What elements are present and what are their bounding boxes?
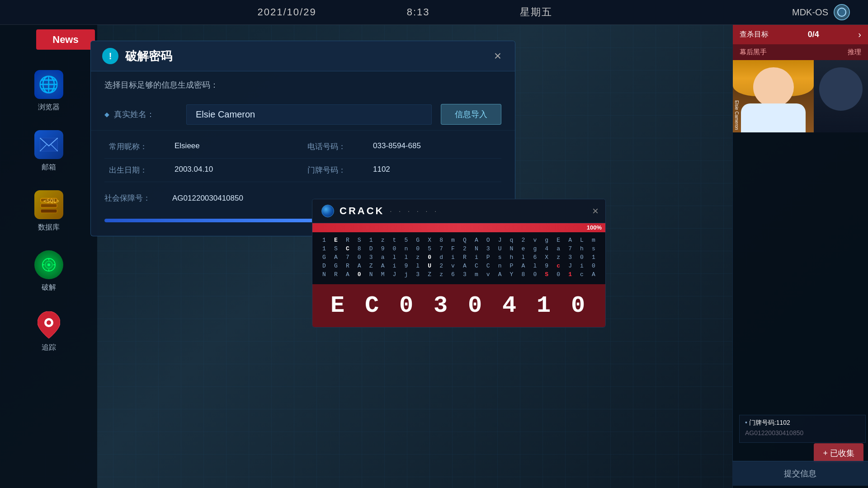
matrix-row-4: NRA0NMJj3Zz63mvAY80S01cA: [319, 271, 599, 278]
matrix-cell: 0: [425, 254, 434, 261]
sidebar-item-track[interactable]: 追踪: [34, 310, 63, 352]
matrix-cell: s: [589, 245, 599, 252]
collected-badge-text: + 已收集: [823, 449, 854, 458]
crack-result: EC030410: [312, 284, 605, 327]
matrix-cell: S: [331, 245, 341, 252]
portrait-elsie: Elsie Cameron: [733, 60, 814, 132]
right-panel-expand[interactable]: ›: [858, 29, 861, 40]
matrix-cell: m: [448, 237, 458, 244]
portrait-secondary: [814, 60, 868, 132]
matrix-cell: 2: [518, 237, 528, 244]
sidebar-item-hack[interactable]: 破解: [34, 250, 63, 292]
matrix-cell: 3: [460, 271, 470, 278]
matrix-cell: 7: [436, 245, 446, 252]
matrix-cell: E: [331, 237, 341, 244]
matrix-cell: l: [389, 254, 399, 261]
mdk-icon: [834, 4, 850, 20]
matrix-cell: A: [495, 271, 505, 278]
matrix-cell: z: [378, 237, 388, 244]
real-name-value[interactable]: Elsie Cameron: [186, 104, 432, 125]
matrix-cell: G: [319, 254, 329, 261]
left-sidebar: 🌐 浏览器 邮箱 <SQL> 数据库: [0, 25, 97, 488]
hack-icon: [34, 250, 63, 279]
phone-cell: 电话号码： 033-8594-685: [303, 135, 501, 159]
mail-icon: [34, 130, 63, 159]
matrix-cell: g: [530, 245, 540, 252]
matrix-cell: N: [472, 245, 481, 252]
info-grid: 常用昵称： Elsieee 电话号码： 033-8594-685 出生日期： 2…: [104, 135, 501, 182]
matrix-cell: a: [378, 254, 388, 261]
matrix-cell: A: [331, 254, 341, 261]
matrix-cell: h: [507, 254, 517, 261]
matrix-cell: 7: [565, 245, 575, 252]
matrix-cell: D: [319, 263, 329, 269]
right-panel-count: 0/4: [808, 30, 819, 39]
matrix-cell: N: [366, 271, 376, 278]
character-portrait-area: Elsie Cameron: [733, 60, 868, 132]
progress-bar-fill: [104, 219, 323, 222]
news-badge[interactable]: News: [36, 29, 95, 50]
matrix-cell: A: [589, 271, 599, 278]
matrix-row-2: GA703allz0diRiPshl6Xz301: [319, 254, 599, 261]
door-value: 1102: [373, 165, 390, 175]
matrix-row-3: DGRAZAi9lU2vACCnPAl9cJi0: [319, 263, 599, 269]
matrix-cell: J: [389, 271, 399, 278]
crack-result-char-1: C: [365, 292, 381, 319]
submit-button[interactable]: 提交信息: [732, 461, 868, 486]
matrix-cell: 5: [401, 237, 411, 244]
top-bar-right: MDK-OS: [792, 4, 850, 20]
matrix-cell: L: [577, 237, 587, 244]
crack-progress-bar: 100%: [312, 223, 605, 232]
matrix-cell: 1: [565, 271, 575, 278]
import-button[interactable]: 信息导入: [441, 104, 501, 125]
matrix-cell: S: [542, 271, 552, 278]
matrix-cell: 1: [366, 237, 376, 244]
sidebar-item-db[interactable]: <SQL> 数据库: [34, 190, 63, 232]
matrix-cell: 0: [354, 254, 364, 261]
matrix-cell: 0: [577, 254, 587, 261]
top-bar-center: 2021/10/29 8:13 星期五: [258, 5, 553, 19]
matrix-cell: J: [565, 263, 575, 269]
matrix-cell: n: [495, 263, 505, 269]
right-sub-header: 幕后黑手 推理: [733, 44, 868, 60]
top-bar: 2021/10/29 8:13 星期五 MDK-OS: [0, 0, 868, 25]
browser-label: 浏览器: [38, 103, 60, 112]
matrix-cell: 1: [319, 237, 329, 244]
dialog-close-button[interactable]: ×: [490, 48, 506, 64]
reasoning-button[interactable]: 推理: [848, 48, 861, 56]
matrix-cell: 1: [589, 254, 599, 261]
birthday-cell: 出生日期： 2003.04.10: [104, 159, 303, 182]
crack-dots: · · · · · ·: [390, 207, 439, 215]
collected-badge[interactable]: + 已收集: [814, 443, 863, 463]
matrix-cell: s: [495, 254, 505, 261]
mail-label: 邮箱: [42, 163, 56, 172]
real-name-label: 真实姓名：: [114, 109, 186, 120]
matrix-cell: v: [530, 237, 540, 244]
matrix-cell: 7: [343, 254, 353, 261]
right-sub-title: 幕后黑手: [740, 48, 767, 56]
crack-result-char-3: 3: [434, 292, 450, 319]
crack-close-button[interactable]: ×: [592, 205, 599, 217]
sidebar-item-browser[interactable]: 🌐 浏览器: [34, 70, 63, 112]
matrix-cell: n: [401, 245, 411, 252]
sidebar-item-mail[interactable]: 邮箱: [34, 130, 63, 172]
nickname-label: 常用昵称：: [109, 141, 168, 152]
dialog-title: 破解密码: [125, 48, 172, 64]
crack-matrix: 1ERS1zt5GX8mQAOJq2vgEALm1SC8D90n057F2N3U…: [312, 232, 605, 284]
matrix-cell: F: [448, 245, 458, 252]
matrix-cell: X: [425, 237, 434, 244]
matrix-cell: A: [460, 263, 470, 269]
matrix-cell: Q: [460, 237, 470, 244]
crack-dialog: CRACK · · · · · · × 100% 1ERS1zt5GX8mQAO…: [312, 199, 606, 328]
real-name-row: ◆ 真实姓名： Elsie Cameron 信息导入: [91, 99, 515, 131]
svg-rect-5: [41, 204, 57, 207]
matrix-cell: 4: [542, 245, 552, 252]
crack-globe-icon: [321, 205, 334, 217]
matrix-cell: A: [343, 271, 353, 278]
matrix-cell: 0: [553, 271, 563, 278]
birthday-value: 2003.04.10: [175, 165, 213, 175]
ssn-bg-text: AG01220030410850: [745, 429, 803, 436]
matrix-cell: S: [354, 237, 364, 244]
ssn-value: AG01220030410850: [172, 194, 243, 203]
matrix-cell: c: [577, 271, 587, 278]
